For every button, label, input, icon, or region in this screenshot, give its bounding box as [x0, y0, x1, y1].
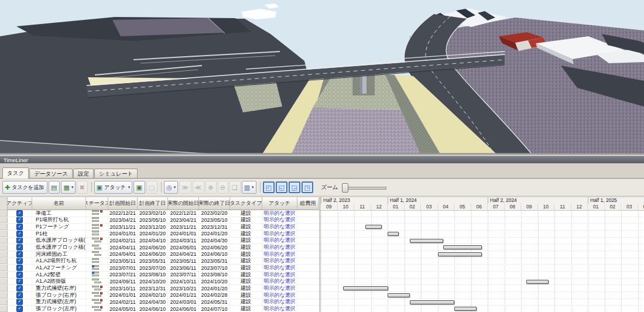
view-toggle-tasks[interactable]: ◰: [263, 181, 275, 193]
task-row[interactable]: ✓低水護岸ブロック積(右岸)2024/02/112024/04/102024/0…: [0, 238, 320, 245]
column-header-pend[interactable]: 計画終了日: [138, 197, 168, 210]
task-row[interactable]: ✓張ブロック(右岸)2024/01/012024/02/102024/01/21…: [0, 292, 320, 299]
columns-icon: ▥: [244, 184, 250, 191]
gantt-bar[interactable]: [454, 307, 477, 311]
task-active-checkbox[interactable]: ✓: [16, 285, 23, 292]
task-active-checkbox[interactable]: ✓: [16, 238, 23, 244]
find-items-dropdown[interactable]: ◎▾: [164, 181, 178, 194]
task-row[interactable]: ✓河床締固め工2024/04/012024/06/202024/04/21202…: [0, 251, 320, 258]
cell-attach: 明示的な選択: [262, 238, 297, 244]
gantt-bar[interactable]: [410, 300, 454, 304]
attach-link[interactable]: 明示的な選択: [263, 272, 295, 278]
task-row[interactable]: ✓重力式擁壁(右岸)2023/10/112023/12/312023/10/21…: [0, 285, 320, 292]
cell-active: ✓: [8, 265, 32, 271]
view-toggle-gantt[interactable]: ◱: [276, 181, 287, 193]
insert-task-button[interactable]: ▤: [49, 181, 60, 194]
cell-cost: [297, 285, 319, 292]
column-header-attach[interactable]: アタッチ: [262, 197, 297, 210]
cell-pstart: 2024/05/01: [108, 306, 138, 312]
tab-設定[interactable]: 設定: [73, 169, 94, 179]
task-row[interactable]: ✓P1場所打ち杭2023/04/212023/05/102023/04/2120…: [0, 217, 320, 224]
attach-link[interactable]: 明示的な選択: [263, 279, 295, 285]
gantt-bar[interactable]: [443, 245, 482, 249]
status-icon: [92, 299, 102, 305]
timeliner-titlebar[interactable]: TimeLiner: [0, 156, 644, 163]
indent-left-button: ≪: [193, 181, 205, 194]
attach-link[interactable]: 明示的な選択: [263, 299, 295, 306]
task-active-checkbox[interactable]: ✓: [16, 292, 23, 299]
task-row[interactable]: ✓張ブロック(左岸)2024/05/012024/06/102024/06/01…: [0, 306, 320, 312]
task-row[interactable]: ✓P1フーチング2023/11/212023/12/202023/11/2120…: [0, 224, 320, 231]
gantt-bar[interactable]: [388, 293, 410, 297]
gantt-bar[interactable]: [365, 225, 382, 229]
attach-link[interactable]: 明示的な選択: [263, 251, 295, 258]
view-toggle-actual[interactable]: ◳: [302, 181, 313, 193]
gantt-bar[interactable]: [526, 280, 549, 284]
zoom-slider-thumb[interactable]: [342, 183, 348, 193]
attach-link[interactable]: 明示的な選択: [263, 265, 295, 271]
gantt-chart[interactable]: Half 2, 2023Half 1, 2024Half 2, 2024Half…: [320, 197, 644, 312]
cell-cost: [297, 258, 319, 265]
task-active-checkbox[interactable]: ✓: [16, 210, 23, 217]
task-active-checkbox[interactable]: ✓: [16, 231, 23, 237]
status-actual-bar: [94, 309, 101, 311]
status-red-dot: [100, 286, 102, 288]
task-row[interactable]: ✓A1,A2場所打ち杭2023/05/112023/05/312023/05/1…: [0, 258, 320, 265]
gantt-bar[interactable]: [388, 232, 399, 236]
add-task-button[interactable]: ✚タスクを追加: [2, 181, 47, 194]
attach-link[interactable]: 明示的な選択: [263, 217, 295, 224]
attach-link[interactable]: 明示的な選択: [263, 285, 295, 292]
column-header-active[interactable]: アクティブ: [8, 197, 32, 210]
add-tasks-dropdown[interactable]: ▦▾: [61, 181, 76, 194]
cell-aend: 2024/10/20: [199, 279, 230, 285]
tab-データソース[interactable]: データソース: [29, 169, 73, 179]
task-active-checkbox[interactable]: ✓: [16, 272, 23, 278]
attach-link[interactable]: 明示的な選択: [263, 224, 295, 230]
zoom-slider[interactable]: [342, 183, 385, 192]
task-active-checkbox[interactable]: ✓: [16, 217, 23, 224]
gantt-half-label: Half 2, 2024: [488, 197, 588, 204]
task-active-checkbox[interactable]: ✓: [16, 244, 23, 251]
task-active-checkbox[interactable]: ✓: [16, 251, 23, 258]
attach-link[interactable]: 明示的な選択: [263, 292, 295, 299]
status-red-dot: [100, 210, 102, 212]
task-row[interactable]: ✓A1,A2フーチング2023/07/012023/07/202023/06/1…: [0, 265, 320, 272]
column-header-aend[interactable]: 実際の終了日: [199, 197, 230, 210]
gantt-bar[interactable]: [410, 239, 443, 243]
3d-viewport[interactable]: [0, 0, 644, 154]
task-row[interactable]: ✓A1,A2竪壁2023/07/212023/08/102023/07/1120…: [0, 272, 320, 279]
task-row[interactable]: ✓準備工2022/12/212023/02/102022/12/212023/0…: [0, 210, 320, 217]
gantt-bar[interactable]: [438, 252, 482, 256]
attach-dropdown[interactable]: ▣アタッチ▾: [94, 181, 133, 194]
task-active-checkbox[interactable]: ✓: [16, 265, 23, 271]
auto-attach-button[interactable]: ▣: [133, 181, 145, 194]
task-active-checkbox[interactable]: ✓: [16, 299, 23, 306]
task-row[interactable]: ✓P1柱2024/01/012024/01/202024/01/012024/0…: [0, 231, 320, 238]
attach-link[interactable]: 明示的な選択: [263, 231, 295, 237]
column-header-name[interactable]: 名前: [32, 197, 86, 210]
tab-シミュレート[interactable]: シミュレート: [94, 169, 138, 179]
view-toggle-planned[interactable]: ◲: [289, 181, 300, 193]
gantt-bar[interactable]: [343, 286, 388, 290]
column-header-cost[interactable]: 総費用: [297, 197, 319, 210]
task-active-checkbox[interactable]: ✓: [16, 224, 23, 230]
attach-link[interactable]: 明示的な選択: [263, 210, 295, 217]
attach-link[interactable]: 明示的な選択: [263, 306, 295, 312]
attach-link[interactable]: 明示的な選択: [263, 258, 295, 265]
columns-dropdown[interactable]: ▥▾: [242, 181, 256, 194]
task-row[interactable]: ✓A1,A2踏掛版2024/09/112024/10/202024/10/112…: [0, 279, 320, 286]
column-header-type[interactable]: タスクタイプ: [230, 197, 262, 210]
tab-タスク[interactable]: タスク: [2, 167, 29, 179]
task-active-checkbox[interactable]: ✓: [16, 306, 23, 312]
attach-link[interactable]: 明示的な選択: [263, 244, 295, 251]
task-grid: アクティブ名前ステータス計画開始日計画終了日実際の開始日実際の終了日タスクタイプ…: [0, 197, 644, 312]
task-row[interactable]: ✓重力式擁壁(左岸)2024/02/112024/04/302024/03/01…: [0, 299, 320, 306]
task-active-checkbox[interactable]: ✓: [16, 258, 23, 265]
column-header-status[interactable]: ステータス: [86, 197, 108, 210]
column-header-pstart[interactable]: 計画開始日: [108, 197, 138, 210]
task-row[interactable]: ✓低水護岸ブロック積(左岸)2024/04/112024/06/202024/0…: [0, 244, 320, 251]
task-active-checkbox[interactable]: ✓: [16, 279, 23, 285]
attach-link[interactable]: 明示的な選択: [263, 238, 295, 244]
cell-status: [86, 231, 108, 237]
column-header-astart[interactable]: 実際の開始日: [168, 197, 199, 210]
